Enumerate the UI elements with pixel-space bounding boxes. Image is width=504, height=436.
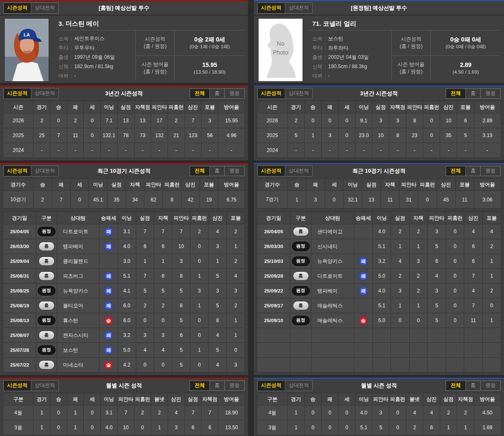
column-header: 피홈런 [446, 212, 464, 224]
column-header: 경기일 [257, 212, 290, 224]
result-badge: 패 [359, 287, 368, 295]
column-header: 경기 [33, 101, 50, 113]
tab-head-to-head[interactable]: 상대전적 [31, 380, 59, 391]
filter-home[interactable]: 홈 [465, 381, 481, 391]
player-photo: LA [4, 18, 49, 82]
column-header: 포볼 [455, 179, 474, 191]
column-header: 자책점 [457, 393, 474, 406]
filter-away[interactable]: 원정 [224, 381, 245, 391]
filter-away[interactable]: 원정 [480, 88, 501, 99]
filter-group: 전체 홈 원정 [190, 381, 245, 391]
tab-head-to-head[interactable]: 상대전적 [31, 3, 59, 14]
venue-badge: 원정 [292, 286, 310, 295]
column-header: 방어율 [474, 179, 501, 191]
tab-head-to-head[interactable]: 상대전적 [285, 166, 313, 177]
column-header: 피안타 [399, 179, 418, 191]
player-info-list: 소속:세인트루이스투타:우투우타출생:1997년 09월 06일신체:182.9… [55, 30, 135, 80]
venue-badge: 원정 [292, 316, 310, 325]
season-era-label: 시즌 방어율 (홈 / 원정) [392, 56, 431, 81]
column-header: 경기일 [3, 212, 36, 224]
table-row: 4월10103.172247718.90 [3, 406, 245, 420]
filter-home[interactable]: 홈 [465, 166, 481, 176]
column-header: 자책점 [201, 393, 218, 406]
tab-group: 시즌성적 상대전적 [3, 3, 59, 14]
column-header: 피안타 [151, 101, 168, 113]
tab-season-stats[interactable]: 시즌성적 [257, 166, 285, 177]
column-header: 시즌 [257, 101, 288, 113]
tab-season-stats[interactable]: 시즌성적 [3, 3, 31, 14]
tab-season-stats[interactable]: 시즌성적 [3, 88, 31, 99]
player-name: 71. 코넬리 얼리 [309, 17, 501, 30]
filter-home[interactable]: 홈 [465, 88, 481, 99]
monthly-stats-table: 구분경기승패세이닝피안타피홈런볼넷삼진실점자책점방어율4월10103.17224… [3, 393, 245, 435]
filter-home[interactable]: 홈 [209, 88, 225, 99]
filter-home[interactable]: 홈 [209, 166, 225, 176]
column-header: 볼넷 [151, 393, 168, 406]
filter-group: 전체 홈 원정 [446, 166, 501, 176]
column-header: 실점 [117, 101, 134, 113]
tab-season-stats[interactable]: 시즌성적 [257, 3, 285, 14]
filter-away[interactable]: 원정 [480, 381, 501, 391]
column-header: 세 [84, 101, 101, 113]
filter-all[interactable]: 전체 [190, 88, 210, 99]
home-pitcher-panel: 시즌성적 상대전적 [홈팀] 예상선발 투수 LA 3. 더스틴 메이 소속:세… [0, 0, 248, 436]
column-header: 자책 [381, 179, 399, 191]
season-era-label: 시즌 방어율 (홈 / 원정) [136, 56, 175, 81]
tab-season-stats[interactable]: 시즌성적 [257, 88, 285, 99]
filter-away[interactable]: 원정 [224, 88, 245, 99]
tab-season-stats[interactable]: 시즌성적 [3, 380, 31, 391]
column-header: 삼진 [185, 101, 201, 113]
tab-head-to-head[interactable]: 상대전적 [285, 88, 313, 99]
section-header: 시즌성적 상대전적 최근 10경기 시즌성적 전체 홈 원정 [0, 164, 248, 178]
recent-games-section: 시즌성적 상대전적 최근 10경기 시즌성적 전체 홈 원정 경기수승패세이닝실… [0, 163, 248, 375]
filter-home[interactable]: 홈 [209, 381, 225, 391]
column-header: 이닝 [101, 393, 118, 406]
filter-all[interactable]: 전체 [446, 381, 466, 391]
column-header: 피안타 [144, 179, 163, 191]
column-header: 피안타 [372, 393, 389, 406]
player-card-section: 시즌성적 상대전적 [홈팀] 예상선발 투수 LA 3. 더스틴 메이 소속:세… [0, 0, 248, 83]
column-header: 구분 [257, 393, 288, 406]
column-header: 실점 [440, 393, 457, 406]
player-card-body: No Photo 71. 코넬리 얼리 소속:보스턴투타:좌투좌타출생:2002… [254, 15, 504, 83]
column-header: 자책 [126, 179, 144, 191]
column-header: 경기 [33, 393, 50, 406]
recent-summary-table: 경기수승패세이닝실점자책피안타피홈런삼진포볼방어율7경기13032.113113… [257, 178, 501, 209]
column-header: 패 [306, 179, 325, 191]
column-header: 실점 [362, 179, 381, 191]
table-row: 2025257110132.1787313221123564.96 [3, 128, 245, 143]
tab-head-to-head[interactable]: 상대전적 [31, 166, 59, 177]
panels-container: 시즌성적 상대전적 [홈팀] 예상선발 투수 LA 3. 더스틴 메이 소속:세… [0, 0, 504, 436]
filter-away[interactable]: 원정 [224, 166, 245, 176]
tab-head-to-head[interactable]: 상대전적 [285, 380, 313, 391]
svg-text:LA: LA [24, 32, 30, 37]
venue-badge: 홈 [293, 227, 309, 236]
tab-season-stats[interactable]: 시즌성적 [257, 380, 285, 391]
column-header: 피안타 [427, 212, 446, 224]
tab-season-stats[interactable]: 시즌성적 [3, 166, 31, 177]
column-header: 삼진 [423, 393, 440, 406]
filter-all[interactable]: 전체 [446, 166, 466, 176]
table-row: 202620207.113131727315.95 [3, 113, 245, 128]
tab-head-to-head[interactable]: 상대전적 [285, 3, 313, 14]
table-row: 2024------------ [257, 143, 501, 158]
column-header: 포볼 [227, 212, 245, 224]
column-header: 삼진 [440, 101, 457, 113]
table-row: 25/09/10원정애슬레틱스승5.00050111 [257, 313, 501, 328]
column-header: 승패세 [354, 212, 373, 224]
table-row: 26/03/30원정신시내티5.1115062 [257, 239, 501, 254]
column-header: 피안타 [172, 212, 190, 224]
result-badge: 패 [359, 272, 368, 281]
player-name: 3. 더스틴 메이 [55, 17, 245, 30]
season-era-value: 2.89 (4.50 / 1.69) [431, 56, 501, 81]
filter-away[interactable]: 원정 [480, 166, 501, 176]
section-header: 시즌성적 상대전적 3년간 시즌성적 전체 홈 원정 [0, 87, 248, 100]
filter-all[interactable]: 전체 [190, 166, 210, 176]
filter-all[interactable]: 전체 [446, 88, 466, 99]
tab-head-to-head[interactable]: 상대전적 [31, 88, 59, 99]
result-badge: 승 [104, 361, 113, 370]
player-info-row: 출생:1997년 09월 06일 [58, 52, 134, 62]
season-record-value: 0승 0패 0세 (0승 0패 / 0승 0패) [431, 30, 501, 55]
no-photo-placeholder: No Photo [259, 19, 303, 81]
filter-all[interactable]: 전체 [190, 381, 210, 391]
